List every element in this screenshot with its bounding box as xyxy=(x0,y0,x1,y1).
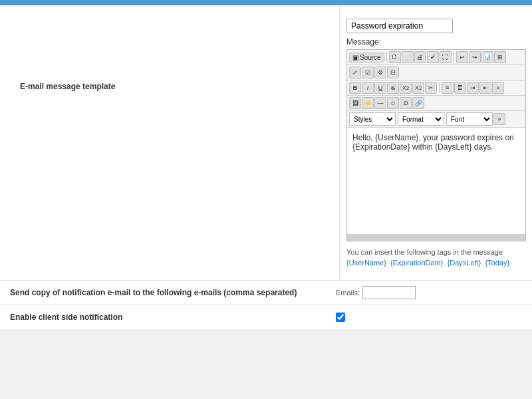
editor-content-area[interactable]: Hello, {UserName}, your password expires… xyxy=(347,128,525,234)
ordered-list-button[interactable]: ≡ xyxy=(442,82,454,94)
new-page-button[interactable]: 🗋 xyxy=(389,51,401,63)
more-button[interactable]: » xyxy=(492,82,504,94)
copy-email-label: Send copy of notification e-mail to the … xyxy=(10,288,336,297)
sep2 xyxy=(454,52,454,63)
clear-format-button[interactable]: ✂ xyxy=(425,82,437,94)
client-notification-label: Enable client side notification xyxy=(10,313,336,322)
underline-button[interactable]: U xyxy=(374,82,386,94)
toolbar-row-5: Styles Format Font » xyxy=(347,111,525,128)
styles-dropdown[interactable]: Styles xyxy=(349,112,396,126)
fullscreen-button[interactable]: ⛶ xyxy=(440,51,452,63)
tag-expiration-date[interactable]: {ExpirationDate} xyxy=(390,259,444,267)
font-dropdown[interactable]: Font xyxy=(446,112,493,126)
grid-button[interactable]: ⊟ xyxy=(387,66,399,78)
bottom-section: Send copy of notification e-mail to the … xyxy=(0,280,532,329)
chart-button[interactable]: 📊 xyxy=(481,51,493,63)
toolbar-row-1: ▣ Source 🗋 ⬜ 🖨 ✔ ⛶ ↩ ↪ 📊 ⊞ xyxy=(347,50,525,65)
sep3 xyxy=(439,82,440,93)
tag-days-left[interactable]: {DaysLeft} xyxy=(448,259,481,267)
checkbox-button[interactable]: ☑ xyxy=(362,66,374,78)
client-notification-checkbox[interactable] xyxy=(336,313,345,322)
copy-email-row: Send copy of notification e-mail to the … xyxy=(0,280,532,305)
client-notification-value xyxy=(336,313,522,322)
source-label: Source xyxy=(360,54,381,61)
sep1 xyxy=(386,52,387,63)
emails-input[interactable] xyxy=(362,286,416,299)
bold-button[interactable]: B xyxy=(349,82,361,94)
toolbar-row-4: 🖼 ⚡ — ☺ Ω 🔗 xyxy=(347,96,525,111)
hr-button[interactable]: — xyxy=(374,97,386,109)
link-button[interactable]: 🔗 xyxy=(412,97,424,109)
editor-container: ▣ Source 🗋 ⬜ 🖨 ✔ ⛶ ↩ ↪ 📊 ⊞ ⤢ ☑ ⚙ ⊟ xyxy=(346,49,526,241)
subscript-button[interactable]: X2 xyxy=(400,82,412,94)
client-notification-row: Enable client side notification xyxy=(0,305,532,329)
right-panel: Message: ▣ Source 🗋 ⬜ 🖨 ✔ ⛶ ↩ ↪ 📊 ⊞ xyxy=(339,5,532,280)
resize-button[interactable]: ⤢ xyxy=(349,66,361,78)
preview-button[interactable]: ⬜ xyxy=(402,51,414,63)
superscript-button[interactable]: X2 xyxy=(412,82,424,94)
more-fonts-button[interactable]: » xyxy=(493,113,505,125)
left-content: E-mail message template xyxy=(10,19,329,101)
tag-today[interactable]: {Today} xyxy=(485,259,509,267)
unordered-list-button[interactable]: ≣ xyxy=(454,82,466,94)
toolbar-row-2: ⤢ ☑ ⚙ ⊟ xyxy=(347,65,525,80)
source-icon: ▣ xyxy=(352,54,358,61)
special-char-button[interactable]: Ω xyxy=(400,97,412,109)
gear-button[interactable]: ⚙ xyxy=(374,66,386,78)
email-template-label: E-mail message template xyxy=(20,82,115,91)
message-label: Message: xyxy=(346,37,525,47)
indent-button[interactable]: ⇥ xyxy=(467,82,479,94)
emails-label: Emails: xyxy=(336,289,360,297)
redo-button[interactable]: ↪ xyxy=(469,51,481,63)
strikethrough-button[interactable]: S xyxy=(387,82,399,94)
undo-button[interactable]: ↩ xyxy=(456,51,468,63)
top-bar xyxy=(0,0,532,5)
password-expiration-title[interactable] xyxy=(346,19,453,33)
editor-scrollbar[interactable] xyxy=(347,234,525,241)
table-button[interactable]: ⊞ xyxy=(494,51,506,63)
italic-button[interactable]: I xyxy=(362,82,374,94)
left-panel: E-mail message template xyxy=(0,5,339,280)
tag-username[interactable]: {UserName} xyxy=(346,259,386,267)
toolbar-row-3: B I U S X2 X2 ✂ ≡ ≣ ⇥ ⇤ » xyxy=(347,80,525,96)
tags-hint: You can insert the following tags in the… xyxy=(346,248,525,256)
emoji-button[interactable]: ☺ xyxy=(387,97,399,109)
tags-links: {UserName} {ExpirationDate} {DaysLeft} {… xyxy=(346,259,525,267)
copy-email-value: Emails: xyxy=(336,286,522,299)
print-button[interactable]: 🖨 xyxy=(414,51,426,63)
format-dropdown[interactable]: Format xyxy=(398,112,444,126)
source-button[interactable]: ▣ Source xyxy=(349,53,384,63)
flash-button[interactable]: ⚡ xyxy=(362,97,374,109)
outdent-button[interactable]: ⇤ xyxy=(479,82,491,94)
image-button[interactable]: 🖼 xyxy=(349,97,361,109)
spellcheck-button[interactable]: ✔ xyxy=(427,51,439,63)
